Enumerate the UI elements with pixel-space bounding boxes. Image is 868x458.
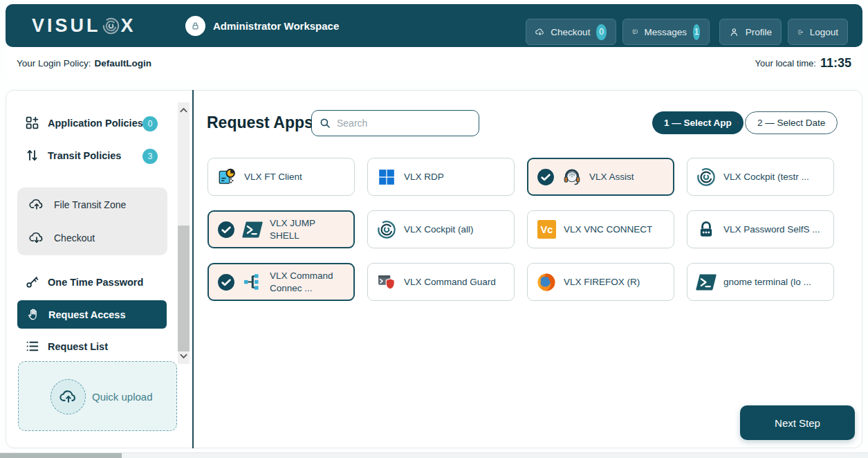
sidebar-scrollbar-thumb[interactable] bbox=[178, 226, 190, 351]
selected-check-icon bbox=[217, 221, 235, 239]
app-card-rdp[interactable]: VLX RDP bbox=[367, 158, 515, 196]
list-icon bbox=[25, 339, 39, 354]
sidebar-item-file-transit-zone[interactable]: File Transit Zone bbox=[29, 197, 126, 212]
profile-icon bbox=[729, 26, 739, 39]
next-step-button[interactable]: Next Step bbox=[740, 405, 855, 440]
local-time-value: 11:35 bbox=[820, 56, 851, 71]
checkout-count-badge: 0 bbox=[596, 24, 607, 40]
logout-icon bbox=[797, 26, 804, 39]
app-label: VLX JUMP SHELL bbox=[270, 217, 347, 241]
app-label: VLX Cockpit (testr ... bbox=[723, 171, 809, 183]
hand-icon bbox=[26, 307, 41, 322]
app-label: VLX FIREFOX (R) bbox=[564, 276, 640, 288]
app-label: VLX FT Client bbox=[244, 171, 302, 183]
transit-policies-label: Transit Policies bbox=[48, 150, 121, 161]
logout-label: Logout bbox=[810, 27, 838, 37]
login-policy: Your Login Policy: DefaultLogin bbox=[17, 47, 151, 79]
app-card-ft-client[interactable]: VLX FT Client bbox=[207, 158, 355, 196]
logout-button[interactable]: Logout bbox=[788, 19, 848, 45]
app-label: VLX Cockpit (all) bbox=[404, 223, 474, 236]
app-card-gnome-terminal[interactable]: gnome terminal (lo ... bbox=[687, 263, 834, 301]
quick-upload-dropzone[interactable]: Quick upload bbox=[18, 361, 177, 431]
scroll-up-icon[interactable] bbox=[178, 104, 190, 116]
app-card-assist[interactable]: VLX Assist bbox=[527, 158, 674, 196]
quick-upload-label: Quick upload bbox=[92, 362, 153, 432]
horizontal-scrollbar-thumb[interactable] bbox=[0, 453, 122, 458]
sidebar-item-request-access[interactable]: Request Access bbox=[17, 300, 167, 329]
app-label: VLX Assist bbox=[589, 171, 634, 183]
messages-label: Messages bbox=[645, 27, 687, 37]
step-select-date[interactable]: 2 — Select Date bbox=[745, 111, 838, 134]
cloud-upload-icon bbox=[29, 197, 44, 212]
powershell-icon bbox=[242, 219, 263, 240]
cockpit-spiral-icon bbox=[696, 167, 717, 187]
search-box bbox=[311, 110, 479, 136]
login-policy-label: Your Login Policy: bbox=[17, 58, 91, 68]
terminal-icon bbox=[696, 272, 717, 293]
checkout-button[interactable]: Checkout 0 bbox=[526, 19, 616, 45]
assist-headset-icon bbox=[562, 167, 582, 187]
messages-icon bbox=[632, 25, 638, 39]
search-input[interactable] bbox=[337, 118, 472, 129]
workspace-title: Administrator Workspace bbox=[213, 4, 339, 47]
sidebar-divider bbox=[192, 90, 194, 448]
selected-check-icon bbox=[217, 273, 235, 291]
cloud-download-icon bbox=[535, 25, 544, 39]
cloud-upload-icon bbox=[59, 388, 77, 406]
step-select-app[interactable]: 1 — Select App bbox=[652, 111, 744, 134]
search-icon bbox=[319, 117, 331, 129]
sidebar-item-one-time-password[interactable]: One Time Password bbox=[25, 275, 143, 289]
selected-check-icon bbox=[537, 168, 555, 186]
command-connect-icon bbox=[242, 272, 263, 293]
checkout-sidebar-label: Checkout bbox=[54, 232, 95, 244]
app-card-command-connect[interactable]: VLX Command Connec ... bbox=[207, 263, 355, 301]
sidebar-item-application-policies[interactable]: Application Policies bbox=[25, 116, 143, 130]
key-icon bbox=[25, 275, 39, 289]
app-card-firefox[interactable]: VLX FIREFOX (R) bbox=[527, 263, 674, 301]
app-label: VLX RDP bbox=[404, 171, 444, 183]
messages-count-badge: 1 bbox=[693, 24, 700, 40]
app-card-command-guard[interactable]: VLX Command Guard bbox=[367, 263, 515, 301]
logo-text-2: X bbox=[121, 15, 136, 37]
transit-policies-badge: 3 bbox=[142, 149, 158, 164]
app-label: VLX VNC CONNECT bbox=[564, 223, 652, 236]
logo-text-1: VISUL bbox=[32, 15, 101, 37]
sidebar-subpanel: File Transit Zone Checkout bbox=[17, 187, 167, 255]
app-card-vnc-connect[interactable]: Vc VLX VNC CONNECT bbox=[527, 210, 674, 248]
app-card-cockpit-testr[interactable]: VLX Cockpit (testr ... bbox=[687, 158, 834, 196]
app-label: VLX Command Guard bbox=[404, 276, 496, 288]
app-card-cockpit-all[interactable]: VLX Cockpit (all) bbox=[367, 210, 515, 248]
step-separator: · bbox=[736, 116, 739, 129]
application-policies-label: Application Policies bbox=[48, 118, 143, 129]
application-policies-badge: 0 bbox=[142, 116, 158, 131]
arrows-up-down-icon bbox=[25, 148, 39, 163]
request-access-label: Request Access bbox=[48, 309, 126, 320]
windows-icon bbox=[376, 167, 397, 187]
local-time: Your local time: 11:35 bbox=[755, 47, 851, 79]
app-label: gnome terminal (lo ... bbox=[723, 276, 811, 288]
grid-plus-icon bbox=[25, 116, 39, 130]
logo: VISUL X bbox=[32, 4, 136, 47]
profile-label: Profile bbox=[746, 27, 772, 37]
cloud-download-icon bbox=[29, 230, 44, 246]
app-card-password-selfservice[interactable]: VLX Password SelfS ... bbox=[687, 210, 834, 248]
login-policy-value: DefaultLogin bbox=[95, 58, 152, 68]
lock-icon bbox=[190, 21, 201, 31]
svg-text:Vc: Vc bbox=[540, 224, 553, 235]
sidebar-item-checkout[interactable]: Checkout bbox=[29, 230, 95, 246]
messages-button[interactable]: Messages 1 bbox=[622, 19, 710, 45]
firefox-icon bbox=[536, 272, 557, 293]
ft-client-icon bbox=[216, 167, 237, 187]
padlock-icon bbox=[696, 219, 717, 240]
logo-spiral-icon bbox=[102, 17, 120, 35]
profile-button[interactable]: Profile bbox=[719, 19, 782, 45]
horizontal-scrollbar[interactable] bbox=[0, 452, 868, 458]
sidebar-item-transit-policies[interactable]: Transit Policies bbox=[25, 148, 121, 163]
file-transit-zone-label: File Transit Zone bbox=[54, 199, 126, 210]
scroll-down-icon[interactable] bbox=[178, 350, 190, 363]
sidebar-item-request-list[interactable]: Request List bbox=[25, 339, 108, 354]
app-card-jump-shell[interactable]: VLX JUMP SHELL bbox=[207, 210, 355, 248]
app-header: VISUL X Administrator Workspace Checkout… bbox=[6, 4, 862, 47]
sidebar-scrollbar[interactable] bbox=[178, 102, 190, 364]
cockpit-spiral-icon bbox=[376, 219, 397, 240]
